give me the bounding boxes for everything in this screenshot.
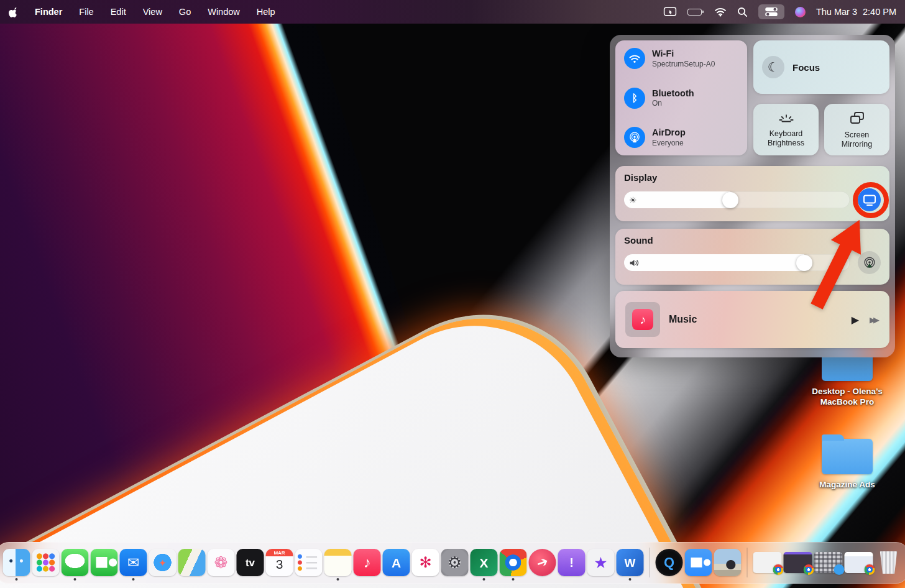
- bluetooth-toggle[interactable]: ᛒ Bluetooth On: [624, 88, 738, 109]
- volume-knob[interactable]: [796, 255, 812, 271]
- connectivity-card: Wi-Fi SpectrumSetup-A0 ᛒ Bluetooth On Ai…: [615, 40, 747, 155]
- dock-item-excel[interactable]: X: [471, 549, 498, 576]
- music-app-icon: ♪: [632, 309, 653, 330]
- music-card: ♪ Music ▶ ▶▶: [615, 291, 889, 348]
- bluetooth-icon: ᛒ: [624, 88, 645, 109]
- window-app-badge: [834, 564, 845, 575]
- dock-item-app-store[interactable]: A: [383, 549, 410, 576]
- dock-item-minimized-keyboard-window[interactable]: [814, 552, 843, 573]
- dock-item-word[interactable]: W: [617, 549, 644, 576]
- speaker-icon: [629, 259, 640, 267]
- desktop: Desktop - Olena’s MacBook Pro Magazine A…: [0, 0, 905, 588]
- menu-item-help[interactable]: Help: [257, 7, 275, 17]
- music-title: Music: [669, 314, 697, 325]
- dock-item-quicktime[interactable]: Q: [656, 549, 683, 576]
- dock-item-music[interactable]: ♪: [354, 549, 381, 576]
- play-button[interactable]: ▶: [852, 314, 859, 326]
- sound-card: Sound: [615, 229, 889, 285]
- dock-item-photo-viewer[interactable]: [714, 549, 742, 576]
- wifi-icon: [624, 48, 645, 69]
- menu-item-window[interactable]: Window: [208, 7, 240, 17]
- dock-separator: [650, 548, 650, 577]
- brightness-knob[interactable]: [722, 192, 738, 208]
- folder-label: Magazine Ads: [819, 480, 875, 490]
- screen-mirroring-tile[interactable]: Screen Mirroring: [824, 104, 889, 155]
- sound-volume-slider[interactable]: [624, 254, 850, 271]
- window-app-badge: [865, 564, 875, 575]
- dock-item-trash[interactable]: [875, 549, 903, 576]
- menu-item-file[interactable]: File: [79, 7, 93, 17]
- airdrop-toggle[interactable]: AirDrop Everyone: [624, 127, 738, 148]
- screen-mirroring-icon: [849, 111, 865, 126]
- airdrop-title: AirDrop: [652, 127, 686, 138]
- folder-label: Desktop - Olena’s MacBook Pro: [801, 387, 894, 408]
- dock-item-minimized-chrome-window-2[interactable]: [784, 552, 812, 573]
- bluetooth-status: On: [652, 99, 694, 108]
- dock-item-photos[interactable]: ❁: [208, 549, 235, 576]
- bluetooth-title: Bluetooth: [652, 88, 694, 99]
- screen-mirroring-label: Screen Mirroring: [829, 131, 886, 149]
- display-preferences-button[interactable]: [858, 188, 881, 211]
- menu-item-edit[interactable]: Edit: [111, 7, 126, 17]
- focus-label: Focus: [792, 62, 820, 73]
- dock-item-maps[interactable]: [178, 549, 206, 576]
- dock-item-feedback-assistant[interactable]: !: [558, 549, 586, 576]
- menu-bar: Finder File Edit View Go Window Help: [0, 0, 905, 24]
- dock-item-finder[interactable]: [3, 549, 30, 576]
- date-text: Thu Mar 3: [816, 7, 857, 17]
- apple-menu[interactable]: [9, 4, 18, 19]
- wifi-toggle[interactable]: Wi-Fi SpectrumSetup-A0: [624, 48, 738, 69]
- dock-item-minimized-chrome-window-3[interactable]: [845, 552, 873, 573]
- dock-item-imovie[interactable]: ★: [587, 549, 615, 576]
- sound-title: Sound: [624, 235, 881, 246]
- dock-item-reminders[interactable]: [295, 549, 323, 576]
- wifi-network-name: SpectrumSetup-A0: [652, 60, 715, 68]
- trash-icon: [880, 551, 898, 574]
- dock-item-minimized-chrome-window-1[interactable]: [753, 552, 782, 573]
- keyboard-brightness-tile[interactable]: Keyboard Brightness: [753, 104, 819, 155]
- airplay-audio-icon: [863, 256, 876, 270]
- airplay-audio-button[interactable]: [858, 251, 881, 274]
- screen-mirroring-icon[interactable]: [663, 4, 677, 19]
- keyboard-brightness-label: Keyboard Brightness: [758, 129, 815, 148]
- keyboard-brightness-icon: [778, 112, 794, 124]
- display-icon: [862, 193, 877, 207]
- airdrop-status: Everyone: [652, 139, 686, 147]
- time-text: 2:40 PM: [863, 7, 896, 17]
- dock-item-safari[interactable]: ✦: [149, 549, 177, 576]
- dock-item-launchpad[interactable]: [32, 549, 60, 576]
- dock-item-skitch[interactable]: ➔: [529, 549, 556, 576]
- wifi-title: Wi-Fi: [652, 48, 715, 59]
- dock-item-facetime[interactable]: [91, 549, 118, 576]
- focus-toggle[interactable]: ☾ Focus: [753, 40, 889, 94]
- display-title: Display: [624, 172, 881, 183]
- album-art-placeholder: ♪: [625, 302, 660, 337]
- brightness-sun-icon: ☀: [629, 195, 637, 205]
- menu-bar-clock[interactable]: Thu Mar 3 2:40 PM: [816, 7, 896, 17]
- menu-item-view[interactable]: View: [143, 7, 162, 17]
- dock-item-zoom[interactable]: [685, 549, 712, 576]
- dock-item-slack[interactable]: ✻: [412, 549, 439, 576]
- dock-item-apple-tv[interactable]: tv: [237, 549, 264, 576]
- control-center-panel: Wi-Fi SpectrumSetup-A0 ᛒ Bluetooth On Ai…: [610, 35, 895, 357]
- folder-magazine-ads[interactable]: Magazine Ads: [801, 439, 894, 490]
- search-icon[interactable]: [737, 4, 748, 19]
- dock-item-system-preferences[interactable]: ⚙: [441, 549, 469, 576]
- menu-item-go[interactable]: Go: [179, 7, 191, 17]
- wifi-icon[interactable]: [714, 4, 727, 19]
- dock-item-messages[interactable]: [62, 549, 89, 576]
- siri-icon[interactable]: [795, 7, 806, 17]
- display-card: Display ☀: [615, 166, 889, 221]
- dock-item-chrome[interactable]: [500, 549, 527, 576]
- airdrop-icon: [624, 127, 645, 148]
- dock-item-mail[interactable]: ✉: [120, 549, 147, 576]
- control-center-icon[interactable]: [758, 4, 784, 19]
- display-brightness-slider[interactable]: ☀: [624, 191, 850, 208]
- apple-logo-icon: [9, 6, 18, 17]
- dock-item-calendar[interactable]: MAR3: [266, 549, 293, 576]
- menu-item-finder[interactable]: Finder: [35, 7, 62, 17]
- dock-item-notes[interactable]: [324, 549, 352, 576]
- battery-icon[interactable]: [687, 4, 704, 19]
- fast-forward-button[interactable]: ▶▶: [870, 315, 880, 324]
- moon-icon: ☾: [762, 56, 784, 78]
